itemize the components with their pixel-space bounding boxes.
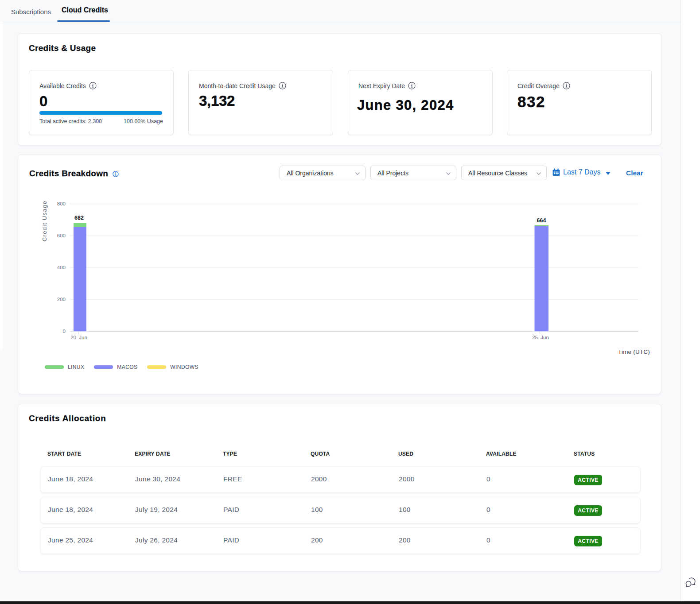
svg-text:25. Jun: 25. Jun <box>532 335 549 340</box>
svg-text:200: 200 <box>57 297 66 302</box>
svg-text:600: 600 <box>57 233 66 238</box>
svg-text:682: 682 <box>74 215 84 221</box>
svg-text:Credit Usage: Credit Usage <box>41 201 48 242</box>
svg-text:Time (UTC): Time (UTC) <box>618 348 650 355</box>
svg-text:664: 664 <box>537 217 546 224</box>
svg-text:800: 800 <box>57 201 66 206</box>
svg-text:20. Jun: 20. Jun <box>70 335 87 340</box>
svg-text:0: 0 <box>63 329 66 334</box>
svg-text:400: 400 <box>57 265 66 270</box>
